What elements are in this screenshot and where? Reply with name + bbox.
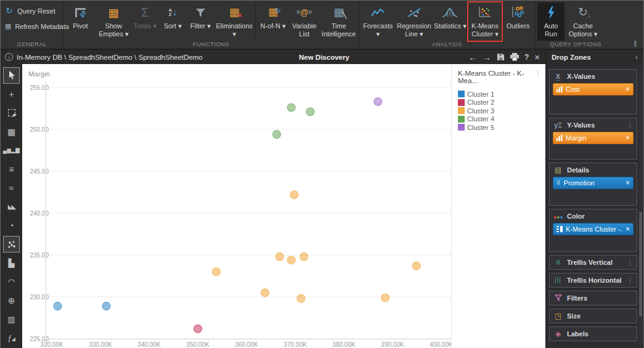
svg-text:330.00K: 330.00K: [89, 341, 112, 348]
time-intelligence-button[interactable]: ▦╲ Time Intelligence: [320, 2, 357, 41]
forward-icon[interactable]: →: [483, 53, 491, 62]
treemap-visual[interactable]: ▙: [3, 255, 20, 272]
lasso-select-tool[interactable]: [3, 105, 20, 121]
fx-icon: ƒ◢: [7, 334, 15, 342]
statistics-button[interactable]: Statistics ▾: [433, 2, 467, 41]
matrix-visual[interactable]: ▥: [3, 311, 20, 328]
help-icon[interactable]: ?: [524, 54, 529, 61]
remove-chip-icon[interactable]: ×: [626, 225, 630, 233]
select-tool[interactable]: [3, 67, 20, 84]
svg-text:320.00K: 320.00K: [40, 341, 63, 348]
legend-item[interactable]: Cluster 2: [458, 99, 540, 107]
eliminations-button[interactable]: ▦× Eliminations ▾: [215, 2, 254, 41]
show-empties-button[interactable]: ▦ Show Empties ▾: [97, 2, 131, 41]
dropzone-y-values[interactable]: y⌶ Y-Values ⋮ Margin ×: [549, 118, 637, 160]
measure-bars-icon: [556, 86, 563, 92]
regression-line-button[interactable]: Regression Line ▾: [396, 2, 432, 41]
chip-promotion[interactable]: ⠿ Promotion ×: [553, 177, 634, 189]
dropzone-trellis-horizontal[interactable]: ||| Trellis Horizontal ⋮: [549, 273, 637, 288]
forecasts-button[interactable]: Forecasts ▾: [361, 2, 395, 41]
chip-cost[interactable]: Cost ×: [553, 83, 634, 95]
query-reset-icon: ↻: [5, 6, 14, 15]
auto-run-button[interactable]: Auto Run: [537, 2, 565, 41]
legend-label: Cluster 2: [467, 99, 494, 106]
remove-chip-icon[interactable]: ×: [626, 134, 630, 142]
grid-visual[interactable]: ▦: [3, 123, 20, 140]
gauge-icon: ◠: [8, 277, 15, 286]
info-icon[interactable]: i: [5, 53, 13, 61]
panel-expand-chevron-icon[interactable]: ›: [635, 52, 638, 62]
breadcrumb: i In-Memory DB \ SpreadhSheetDemo \ Spre…: [1, 53, 203, 61]
grid-icon: ▦: [7, 127, 15, 137]
dropzone-size[interactable]: ◳ Size: [549, 309, 637, 323]
totals-button[interactable]: Σ Totals ▾: [132, 2, 158, 41]
legend-label: Cluster 5: [467, 124, 494, 131]
section-menu-icon[interactable]: ⋮: [627, 259, 634, 267]
svg-text:Margin: Margin: [28, 70, 50, 78]
measure-bars-icon: [556, 135, 563, 141]
regression-line-icon: [407, 7, 422, 18]
statistics-bell-curve-icon: [442, 7, 458, 18]
pivot-button[interactable]: ⇄ Pivot: [65, 2, 96, 41]
cache-options-button[interactable]: ↻↓ Cache Options ▾: [566, 2, 600, 41]
ribbon-group-query-options: Auto Run ↻↓ Cache Options ▾ QUERY OPTION…: [536, 1, 616, 49]
query-reset-button[interactable]: ↻ Query Reset: [1, 3, 63, 18]
legend-item[interactable]: Cluster 5: [458, 123, 540, 132]
legend-item[interactable]: Cluster 3: [458, 107, 540, 115]
remove-chip-icon[interactable]: ×: [626, 85, 630, 94]
dropzone-labels[interactable]: ◈ Labels: [549, 326, 637, 341]
legend-item[interactable]: Cluster 1: [458, 90, 540, 99]
outliers-icon: [512, 6, 525, 18]
variable-list-button[interactable]: ≡@≡ Variable List: [289, 2, 319, 41]
filter-button[interactable]: Filter ▾: [187, 2, 214, 41]
bar-chart-visual[interactable]: ≡: [3, 161, 20, 177]
save-icon[interactable]: [497, 53, 505, 61]
auto-run-lightning-icon: [547, 6, 555, 19]
ribbon-group-analysis: Forecasts ▾ Regression Line ▾ Statistics…: [359, 1, 535, 49]
legend-item[interactable]: Cluster 4: [458, 115, 540, 124]
chart-legend: K-Means Cluster - K-Mea... ⋮ Cluster 1Cl…: [451, 64, 545, 348]
legend-label: Cluster 1: [467, 91, 494, 98]
column-chart-visual[interactable]: ▄▆▂▇: [3, 142, 20, 159]
drop-zones-header[interactable]: Drop Zones ›: [545, 50, 643, 64]
column-chart-icon: ▄▆▂▇: [3, 147, 20, 153]
remove-chip-icon[interactable]: ×: [626, 179, 630, 187]
trellis-vertical-icon: ≡: [553, 259, 563, 266]
outliers-button[interactable]: Outliers: [503, 2, 533, 41]
dropzone-trellis-vertical[interactable]: ≡ Trellis Vertical ⋮: [549, 255, 637, 270]
panel-scrollbar[interactable]: [639, 65, 642, 346]
n-of-n-button[interactable]: ▦↻ N-of-N ▾: [258, 2, 288, 41]
gauge-visual[interactable]: ◠: [3, 273, 20, 290]
section-menu-icon[interactable]: ⋮: [627, 121, 634, 129]
map-visual[interactable]: ⊕: [3, 293, 20, 309]
svg-text:340.00K: 340.00K: [137, 341, 161, 348]
area-chart-visual[interactable]: ◣◣: [3, 198, 20, 215]
refresh-metadata-button[interactable]: ▦ Refresh Metadata: [1, 18, 63, 34]
treemap-icon: ▙: [9, 259, 15, 268]
collapse-ribbon-icon[interactable]: ∧∧: [633, 41, 637, 46]
dropzone-x-values[interactable]: X X-Values Cost ×: [549, 69, 637, 115]
scatter-plot-canvas[interactable]: 255.00250.00245.00240.00235.00230.00225.…: [22, 64, 451, 348]
chip-margin[interactable]: Margin ×: [553, 132, 634, 144]
k-means-cluster-button[interactable]: K-Means Cluster ▾: [468, 2, 502, 41]
dropzone-details[interactable]: ▤ Details ⠿ Promotion ×: [549, 163, 637, 206]
dropzone-filters[interactable]: Filters: [549, 291, 637, 306]
scatter-chart-visual[interactable]: [3, 236, 20, 253]
dropzone-color[interactable]: Color K-Means Cluster -... ×: [549, 209, 637, 252]
cursor-icon: [8, 71, 15, 80]
legend-swatch: [458, 91, 465, 97]
print-icon[interactable]: [510, 53, 519, 61]
ribbon-group-functions: ⇄ Pivot ▦ Show Empties ▾ Σ Totals ▾ AZ↓ …: [63, 1, 359, 49]
svg-text:360.00K: 360.00K: [235, 341, 258, 348]
sort-button[interactable]: AZ↓ Sort ▾: [160, 2, 186, 41]
pie-chart-visual[interactable]: ◔: [3, 217, 20, 234]
section-menu-icon[interactable]: ⋮: [627, 277, 634, 285]
legend-menu-icon[interactable]: ⋮: [534, 70, 540, 76]
back-icon[interactable]: ←: [468, 53, 477, 62]
point-select-tool[interactable]: +: [3, 86, 20, 102]
close-icon[interactable]: ×: [534, 52, 540, 62]
line-chart-visual[interactable]: ≈: [3, 180, 20, 196]
visual-type-toolbar: + ▦ ▄▆▂▇ ≡ ≈ ◣◣ ◔ ▙ ◠ ⊕ ▥ ƒ◢: [1, 64, 22, 348]
chip-k-means-cluster[interactable]: K-Means Cluster -... ×: [553, 223, 634, 235]
formula-visual[interactable]: ƒ◢: [3, 330, 20, 347]
